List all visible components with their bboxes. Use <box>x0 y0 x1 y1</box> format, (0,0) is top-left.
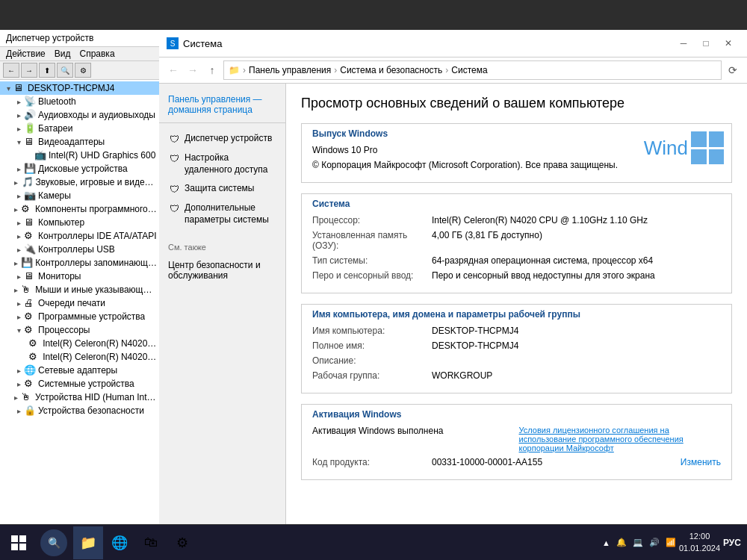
tree-item-10[interactable]: ▸🖥Компьютер <box>0 216 160 229</box>
tray-monitor-icon[interactable]: 💻 <box>633 538 643 547</box>
tree-item-5[interactable]: 📺Intel(R) UHD Graphics 600 <box>0 149 160 162</box>
tree-expand-11[interactable]: ▸ <box>13 231 24 241</box>
tree-expand-0[interactable]: ▾ <box>3 83 13 93</box>
change-link[interactable]: Изменить <box>681 457 721 467</box>
sidebar-link-text-0: Диспетчер устройств <box>185 133 272 145</box>
tree-expand-5[interactable] <box>24 150 34 161</box>
tree-item-1[interactable]: ▸📡Bluetooth <box>0 95 160 108</box>
tray-expand-icon[interactable]: ▲ <box>602 538 610 547</box>
tree-expand-6[interactable]: ▸ <box>13 164 24 174</box>
sidebar-bottom-link-0[interactable]: Центр безопасности и обслуживания <box>159 256 285 284</box>
tree-item-4[interactable]: ▾🖥Видеоадаптеры <box>0 135 160 149</box>
taskbar-pin-2[interactable]: 🌐 <box>105 526 134 559</box>
tree-item-22[interactable]: ▸⚙Системные устройства <box>0 377 160 391</box>
tree-item-24[interactable]: ▸🔒Устройства безопасности <box>0 404 160 417</box>
maximize-button[interactable]: □ <box>695 34 717 52</box>
taskbar-search-button[interactable]: 🔍 <box>40 529 67 556</box>
explorer-icon: 📁 <box>80 535 96 551</box>
tree-expand-13[interactable]: ▸ <box>10 258 21 268</box>
tree-expand-23[interactable]: ▸ <box>10 392 21 402</box>
tree-icon-5: 📺 <box>34 149 46 161</box>
tree-expand-20[interactable] <box>18 352 28 362</box>
tree-expand-7[interactable]: ▸ <box>11 177 22 187</box>
sidebar-link-3[interactable]: 🛡Дополнительные параметры системы <box>159 199 285 229</box>
tray-lang[interactable]: РУС <box>723 538 741 548</box>
activation-status: Активация Windows выполнена <box>312 426 515 436</box>
tree-expand-14[interactable]: ▸ <box>13 271 24 281</box>
sidebar-link-0[interactable]: 🛡Диспетчер устройств <box>159 129 285 149</box>
tree-expand-24[interactable]: ▸ <box>13 405 24 416</box>
sidebar-home-link[interactable]: Панель управления — домашняя страница <box>159 91 285 123</box>
tree-expand-4[interactable]: ▾ <box>13 137 24 147</box>
tree-icon-0: 🖥 <box>13 82 25 94</box>
tree-item-8[interactable]: ▸📷Камеры <box>0 189 160 202</box>
tree-label-0: DESKTOP-THCPMJ4 <box>28 83 114 93</box>
tray-network-icon[interactable]: 📶 <box>666 538 676 547</box>
tree-item-3[interactable]: ▸🔋Батареи <box>0 122 160 135</box>
menu-action[interactable]: Действие <box>6 49 46 59</box>
tree-expand-18[interactable]: ▾ <box>13 325 24 335</box>
toolbar-btn-4[interactable]: 🔍 <box>57 63 73 78</box>
tree-label-11: Контроллеры IDE ATA/ATAPI <box>38 231 157 241</box>
tree-item-18[interactable]: ▾⚙Процессоры <box>0 323 160 337</box>
tree-expand-9[interactable]: ▸ <box>10 204 21 214</box>
tree-item-20[interactable]: ⚙Intel(R) Celeron(R) N4020 CPU @ 1.10 <box>0 350 160 364</box>
tree-item-19[interactable]: ⚙Intel(R) Celeron(R) N4020 CPU @ 1.10 <box>0 337 160 350</box>
tree-item-15[interactable]: ▸🖱Мыши и иные указывающие устройства <box>0 283 160 296</box>
refresh-button[interactable]: ⟳ <box>725 62 741 78</box>
tree-item-2[interactable]: ▸🔊Аудиовходы и аудиовыходы <box>0 108 160 122</box>
toolbar-btn-1[interactable]: ← <box>3 63 19 78</box>
tree-item-17[interactable]: ▸⚙Программные устройства <box>0 310 160 323</box>
tree-expand-15[interactable]: ▸ <box>10 284 21 295</box>
license-link[interactable]: Условия лицензионного соглашения на испо… <box>519 426 722 452</box>
toolbar-btn-5[interactable]: ⚙ <box>75 63 91 78</box>
tree-item-11[interactable]: ▸⚙Контроллеры IDE ATA/ATAPI <box>0 229 160 243</box>
menu-help[interactable]: Справка <box>79 49 114 59</box>
toolbar-btn-2[interactable]: → <box>21 63 37 78</box>
tree-item-13[interactable]: ▸💾Контроллеры запоминающих устройств <box>0 256 160 270</box>
menu-view[interactable]: Вид <box>55 49 71 59</box>
nav-back-button[interactable]: ← <box>165 62 182 78</box>
tree-expand-3[interactable]: ▸ <box>13 123 24 134</box>
tree-item-7[interactable]: ▸🎵Звуковые, игровые и видеоустройства <box>0 175 160 189</box>
tree-expand-10[interactable]: ▸ <box>13 217 24 228</box>
tree-expand-12[interactable]: ▸ <box>13 244 24 255</box>
tray-volume-icon[interactable]: 🔊 <box>649 538 660 547</box>
tree-expand-8[interactable]: ▸ <box>13 190 24 201</box>
tree-icon-19: ⚙ <box>28 337 40 349</box>
tree-item-9[interactable]: ▸⚙Компоненты программного обеспечения <box>0 202 160 216</box>
taskbar-pin-1[interactable]: 📁 <box>73 526 103 559</box>
tree-item-14[interactable]: ▸🖥Мониторы <box>0 270 160 283</box>
breadcrumb-security[interactable]: Система и безопасность <box>340 65 442 75</box>
tray-notification-icon[interactable]: 🔔 <box>616 538 627 547</box>
sidebar-link-1[interactable]: 🛡Настройка удаленного доступа <box>159 149 285 179</box>
minimize-button[interactable]: ─ <box>672 34 695 52</box>
sidebar-link-2[interactable]: 🛡Защита системы <box>159 179 285 199</box>
breadcrumb-control-panel[interactable]: Панель управления <box>249 65 331 75</box>
tree-item-21[interactable]: ▸🌐Сетевые адаптеры <box>0 364 160 377</box>
system-info-row-3: Перо и сенсорный ввод:Перо и сенсорный в… <box>312 270 721 281</box>
tree-expand-16[interactable]: ▸ <box>13 298 24 308</box>
start-button[interactable] <box>0 525 37 561</box>
system-rows: Процессор:Intel(R) Celeron(R) N4020 CPU … <box>312 215 721 281</box>
tree-item-16[interactable]: ▸🖨Очереди печати <box>0 296 160 310</box>
tree-expand-19[interactable] <box>18 338 28 349</box>
system-info-row-1: Установленная память (ОЗУ):4,00 ГБ (3,81… <box>312 230 721 251</box>
tree-expand-22[interactable]: ▸ <box>13 379 24 389</box>
nav-up-button[interactable]: ↑ <box>204 62 220 78</box>
tree-expand-1[interactable]: ▸ <box>13 96 24 107</box>
tree-item-0[interactable]: ▾🖥DESKTOP-THCPMJ4 <box>0 81 160 95</box>
nav-forward-button[interactable]: → <box>185 62 201 78</box>
tree-expand-2[interactable]: ▸ <box>13 110 24 120</box>
toolbar-btn-3[interactable]: ⬆ <box>39 63 55 78</box>
close-button[interactable]: ✕ <box>717 34 740 52</box>
tree-icon-18: ⚙ <box>24 324 36 336</box>
taskbar-pin-3[interactable]: 🛍 <box>136 526 166 559</box>
tree-item-12[interactable]: ▸🔌Контроллеры USB <box>0 243 160 256</box>
tree-item-23[interactable]: ▸🖱Устройства HID (Human Interface Device… <box>0 391 160 404</box>
tree-item-6[interactable]: ▸💾Дисковые устройства <box>0 162 160 175</box>
tree-expand-21[interactable]: ▸ <box>13 365 24 376</box>
taskbar-pin-4[interactable]: ⚙ <box>167 526 197 559</box>
comp-row-label-0: Имя компьютера: <box>312 326 432 336</box>
tree-expand-17[interactable]: ▸ <box>13 311 24 322</box>
